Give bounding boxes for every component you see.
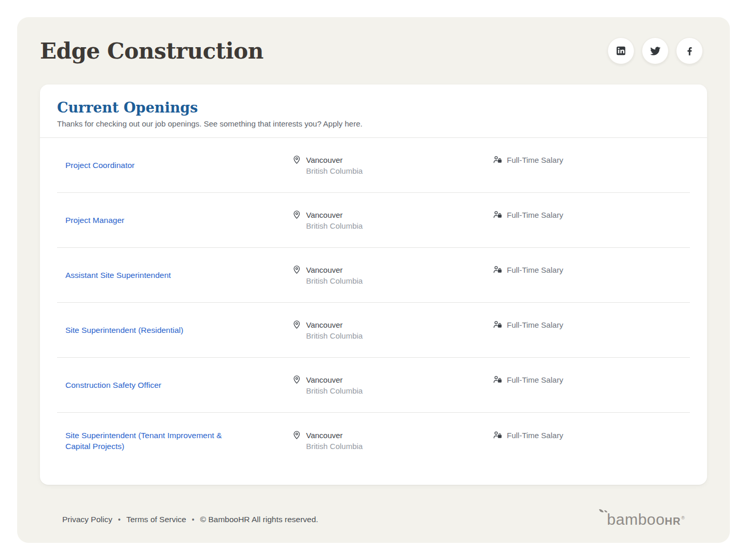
bamboohr-logo: bamboo HR ® xyxy=(600,512,685,527)
careers-panel: Edge Construction xyxy=(17,17,730,543)
job-row: Assistant Site Superintendent Vancouver … xyxy=(57,248,690,303)
employment-type-icon xyxy=(493,265,502,276)
twitter-icon xyxy=(650,46,661,57)
logo-text-bamboo: bamboo xyxy=(607,512,665,527)
job-title-cell: Project Coordinator xyxy=(65,160,292,171)
openings-subtitle: Thanks for checking out our job openings… xyxy=(57,119,690,129)
job-region: British Columbia xyxy=(306,220,363,231)
footer-separator: • xyxy=(118,515,120,524)
employment-type-icon xyxy=(493,375,502,386)
job-employment-type: Full-Time Salary xyxy=(507,319,563,330)
job-location-cell: Vancouver British Columbia xyxy=(292,374,493,396)
employment-type-icon xyxy=(493,430,502,442)
location-pin-icon xyxy=(292,320,301,341)
job-title-cell: Site Superintendent (Residential) xyxy=(65,325,292,335)
job-region: British Columbia xyxy=(306,441,363,452)
job-region: British Columbia xyxy=(306,165,363,176)
job-employment-type: Full-Time Salary xyxy=(507,155,563,165)
copyright-text: © BambooHR All rights reserved. xyxy=(200,515,319,524)
linkedin-icon xyxy=(616,46,626,56)
job-location-cell: Vancouver British Columbia xyxy=(292,264,493,286)
job-city: Vancouver xyxy=(306,319,363,330)
social-links xyxy=(607,37,703,64)
location-pin-icon xyxy=(292,430,301,452)
job-list: Project Coordinator Vancouver British Co… xyxy=(40,138,707,485)
location-pin-icon xyxy=(292,375,301,396)
job-title-cell: Assistant Site Superintendent xyxy=(65,270,292,281)
footer-separator: • xyxy=(192,515,195,524)
linkedin-button[interactable] xyxy=(607,37,634,64)
job-type-cell: Full-Time Salary xyxy=(493,155,690,176)
job-region: British Columbia xyxy=(306,385,363,396)
job-title-cell: Construction Safety Officer xyxy=(65,380,292,390)
job-type-cell: Full-Time Salary xyxy=(493,264,690,286)
job-location-cell: Vancouver British Columbia xyxy=(292,430,493,452)
job-type-cell: Full-Time Salary xyxy=(493,374,690,396)
privacy-policy-link[interactable]: Privacy Policy xyxy=(62,515,112,524)
job-type-cell: Full-Time Salary xyxy=(493,319,690,341)
bamboo-leaf-icon xyxy=(598,508,608,518)
location-pin-icon xyxy=(292,265,301,286)
footer-links: Privacy Policy • Terms of Service • © Ba… xyxy=(62,515,318,524)
twitter-button[interactable] xyxy=(642,37,669,64)
job-title-link[interactable]: Assistant Site Superintendent xyxy=(65,270,171,281)
job-row: Construction Safety Officer Vancouver Br… xyxy=(57,358,690,413)
job-city: Vancouver xyxy=(306,209,363,220)
job-city: Vancouver xyxy=(306,430,363,441)
openings-title: Current Openings xyxy=(57,100,690,116)
logo-registered-mark: ® xyxy=(681,515,685,521)
job-row: Project Coordinator Vancouver British Co… xyxy=(57,138,690,193)
job-title-link[interactable]: Construction Safety Officer xyxy=(65,380,161,390)
job-region: British Columbia xyxy=(306,275,363,286)
page-footer: Privacy Policy • Terms of Service • © Ba… xyxy=(17,512,730,527)
company-title: Edge Construction xyxy=(40,38,264,64)
job-employment-type: Full-Time Salary xyxy=(507,430,563,441)
employment-type-icon xyxy=(493,210,502,221)
terms-of-service-link[interactable]: Terms of Service xyxy=(126,515,186,524)
location-pin-icon xyxy=(292,155,301,176)
job-title-link[interactable]: Project Coordinator xyxy=(65,160,135,171)
facebook-button[interactable] xyxy=(676,37,703,64)
job-city: Vancouver xyxy=(306,374,363,385)
location-pin-icon xyxy=(292,210,301,231)
page-header: Edge Construction xyxy=(17,17,730,85)
job-location-cell: Vancouver British Columbia xyxy=(292,209,493,231)
openings-card-header: Current Openings Thanks for checking out… xyxy=(40,85,707,138)
job-title-cell: Project Manager xyxy=(65,215,292,226)
logo-text-hr: HR xyxy=(665,516,681,526)
job-row: Site Superintendent (Residential) Vancou… xyxy=(57,303,690,358)
job-type-cell: Full-Time Salary xyxy=(493,209,690,231)
job-employment-type: Full-Time Salary xyxy=(507,374,563,385)
job-type-cell: Full-Time Salary xyxy=(493,430,690,452)
job-location-cell: Vancouver British Columbia xyxy=(292,155,493,176)
job-employment-type: Full-Time Salary xyxy=(507,209,563,220)
job-title-cell: Site Superintendent (Tenant Improvement … xyxy=(65,430,292,452)
job-title-link[interactable]: Project Manager xyxy=(65,215,125,226)
job-region: British Columbia xyxy=(306,330,363,341)
job-employment-type: Full-Time Salary xyxy=(507,264,563,275)
employment-type-icon xyxy=(493,320,502,331)
job-row: Site Superintendent (Tenant Improvement … xyxy=(57,413,690,485)
openings-card: Current Openings Thanks for checking out… xyxy=(40,85,707,485)
facebook-icon xyxy=(684,46,695,57)
job-title-link[interactable]: Site Superintendent (Tenant Improvement … xyxy=(65,430,247,452)
job-location-cell: Vancouver British Columbia xyxy=(292,319,493,341)
job-title-link[interactable]: Site Superintendent (Residential) xyxy=(65,325,183,335)
job-city: Vancouver xyxy=(306,155,363,165)
employment-type-icon xyxy=(493,155,502,166)
job-city: Vancouver xyxy=(306,264,363,275)
job-row: Project Manager Vancouver British Columb… xyxy=(57,193,690,248)
